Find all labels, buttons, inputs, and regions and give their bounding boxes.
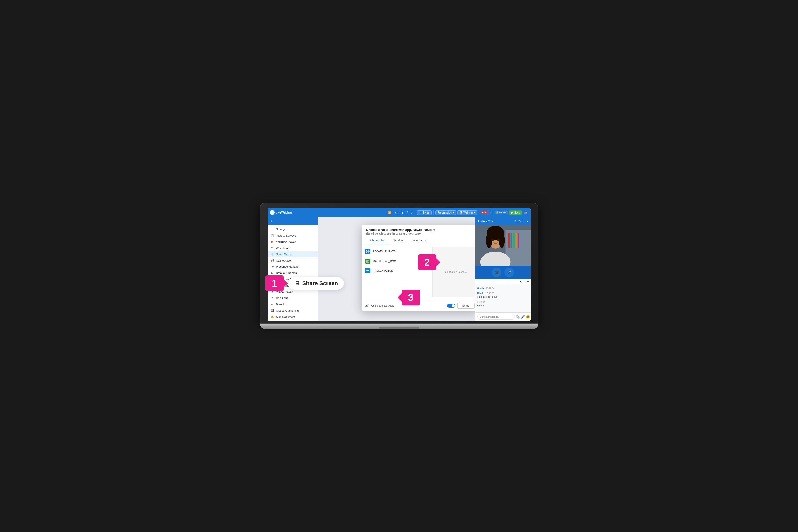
tab-list: ROOMS / EVENTS <box>362 247 432 297</box>
sidebar-item-captions[interactable]: 🔲 Closed Captioning <box>267 307 318 314</box>
sidebar-item-branding[interactable]: ✏ Branding <box>267 301 318 307</box>
svg-point-19 <box>491 238 494 241</box>
svg-rect-10 <box>511 233 512 248</box>
sidebar-label-branding: Branding <box>276 303 287 306</box>
dialog-tabs: Chrome Tab Window Entire Screen <box>362 236 475 244</box>
chat-message-3: 16:48:30 e data <box>477 300 529 307</box>
bar-adjust-icon[interactable]: ⊹ <box>524 280 526 283</box>
sidebar-label-cta: Call to Action <box>276 259 292 262</box>
sidebar-item-breakout[interactable]: ⊞ Breakout Rooms <box>267 270 318 276</box>
sidebar: + ≡ Storage 📋 Tests & Surveys <box>267 217 318 321</box>
app-ui: L LiveWebinar 📶 ⚙ ◑ ? ℹ 👤 Invite <box>267 208 531 321</box>
play-icon: ▶ <box>511 211 513 214</box>
nav-icons: 📶 ⚙ ◑ ? ℹ 👤 Invite Presentation ▾ <box>387 210 528 215</box>
av-title: Audio & Video <box>478 220 496 223</box>
whiteboard-icon: ✏ <box>271 246 274 250</box>
av-settings-icon[interactable]: ⚙ <box>518 220 521 223</box>
sidebar-label-tests: Tests & Surveys <box>276 234 296 237</box>
sidebar-item-youtube[interactable]: ▶ YouTube Player <box>267 239 318 245</box>
av-more-icon[interactable]: ⋮ <box>522 220 525 223</box>
user-icon: 👤 <box>420 211 422 214</box>
sidebar-item-sign[interactable]: ✍ Sign Document <box>267 314 318 320</box>
audio-toggle-switch[interactable] <box>447 304 455 308</box>
emoji-icon[interactable]: 😊 <box>526 315 530 319</box>
flag-icon[interactable]: 🇺🇸 <box>523 211 528 214</box>
invite-button[interactable]: 👤 Invite <box>417 210 431 215</box>
screen-bezel: L LiveWebinar 📶 ⚙ ◑ ? ℹ 👤 Invite <box>267 208 531 321</box>
chat-msg-time-1: • 16:47:04 <box>485 287 494 289</box>
chat-msg-text-3: e data <box>477 304 529 307</box>
bar-settings-icon[interactable]: ⚙ <box>520 280 522 283</box>
sidebar-item-cta[interactable]: 📢 Call to Action <box>267 257 318 264</box>
sidebar-item-share-screen[interactable]: 🖥 Share Screen <box>267 251 318 257</box>
rooms-tab-label: ROOMS / EVENTS <box>373 250 395 253</box>
info-icon[interactable]: ℹ <box>410 210 413 215</box>
lock-icon: 🔒 <box>496 211 499 214</box>
step-1-badge-wrap: 1 🖥 Share Screen <box>265 276 344 291</box>
av-refresh-icon[interactable]: ⟳ <box>515 220 517 223</box>
sidebar-label-presence: Presence Manager <box>276 265 300 268</box>
rooms-tab-icon <box>365 249 370 254</box>
sidebar-label-storage: Storage <box>276 228 286 231</box>
sidebar-item-presence[interactable]: 👁 Presence Manager <box>267 264 318 270</box>
sidebar-label-captions: Closed Captioning <box>276 309 299 312</box>
sidebar-item-storage[interactable]: ≡ Storage <box>267 226 318 232</box>
nav-sep <box>415 210 415 215</box>
laptop-base <box>260 324 538 329</box>
help-icon[interactable]: ? <box>406 210 409 214</box>
dialog-header: Choose what to share with app.livewebina… <box>362 225 475 236</box>
sidebar-item-tests[interactable]: 📋 Tests & Surveys <box>267 232 318 239</box>
rec-dropdown[interactable]: ▾ <box>489 211 491 214</box>
video-area <box>475 225 531 266</box>
webinar-button[interactable]: 💬 Webinar ▾ <box>457 210 477 215</box>
chat-input[interactable] <box>477 314 515 320</box>
share-button[interactable]: Share <box>457 303 474 309</box>
mic-icon: 🎤 <box>507 270 512 274</box>
start-button[interactable]: ▶ Start <box>509 210 522 215</box>
presentation-tab-label: PRESENTATION <box>373 269 393 272</box>
camera-button[interactable]: 🎥 <box>492 268 501 277</box>
attachment-icon[interactable]: 📎 <box>516 315 520 319</box>
sidebar-item-decisions[interactable]: ≡ Decisions <box>267 295 318 301</box>
sidebar-label-share-screen: Share Screen <box>276 253 293 256</box>
tab-preview-text: Select a tab to share <box>441 268 469 276</box>
av-collapse-icon[interactable]: ▾ <box>527 220 528 223</box>
chat-msg-name-1: Smith <box>477 287 484 289</box>
share-screen-tooltip-icon: 🖥 <box>294 280 300 287</box>
branding-icon: ✏ <box>271 303 274 306</box>
chat-msg-name-2: Black <box>477 292 484 294</box>
settings-icon[interactable]: ⚙ <box>394 210 398 215</box>
locked-badge[interactable]: 🔒 Locked <box>495 211 508 214</box>
sign-icon: ✍ <box>271 315 274 319</box>
presentation-tab-icon <box>365 268 370 273</box>
sidebar-items: ≡ Storage 📋 Tests & Surveys ▶ YouTube Pl… <box>267 225 318 321</box>
step-3-badge: 3 <box>402 290 420 305</box>
rec-badge[interactable]: REC <box>481 211 488 214</box>
theme-icon[interactable]: ◑ <box>400 210 404 215</box>
presentation-button[interactable]: Presentation ▾ <box>435 210 456 215</box>
tab-entire-screen[interactable]: Entire Screen <box>407 236 432 244</box>
bar-expand-icon[interactable]: ▾ <box>527 280 529 283</box>
chat-msg-text-2: e next steps in our <box>477 295 529 299</box>
svg-rect-11 <box>513 233 515 248</box>
cta-icon: 📢 <box>271 259 274 262</box>
sidebar-item-whiteboard[interactable]: ✏ Whiteboard <box>267 245 318 251</box>
tab-chrome[interactable]: Chrome Tab <box>366 236 390 244</box>
chat-message-2: Black • 16:47:09 e next steps in our <box>477 291 529 299</box>
decisions-icon: ≡ <box>271 297 274 300</box>
tab-window[interactable]: Window <box>389 236 407 244</box>
chat-icon: 💬 <box>460 211 463 214</box>
sidebar-top-bar: + <box>267 217 318 225</box>
audio-speaker-icon: 🔊 <box>365 304 369 307</box>
center-content: 2 Choose what to share with app.livewebi… <box>318 217 475 321</box>
sidebar-label-sign: Sign Document <box>276 316 295 319</box>
share-screen-icon: 🖥 <box>271 253 274 256</box>
step-3-badge-wrap: 3 <box>402 290 420 305</box>
voice-icon[interactable]: 🎤 <box>521 315 525 319</box>
storage-icon: ≡ <box>271 228 274 231</box>
controls-bar: ⚙ ⊹ ▾ <box>475 279 531 284</box>
mic-button[interactable]: 🎤 <box>504 268 514 277</box>
wifi-icon[interactable]: 📶 <box>387 210 392 215</box>
sidebar-add-button[interactable]: + <box>270 218 273 224</box>
share-screen-tooltip: 🖥 Share Screen <box>288 277 344 290</box>
